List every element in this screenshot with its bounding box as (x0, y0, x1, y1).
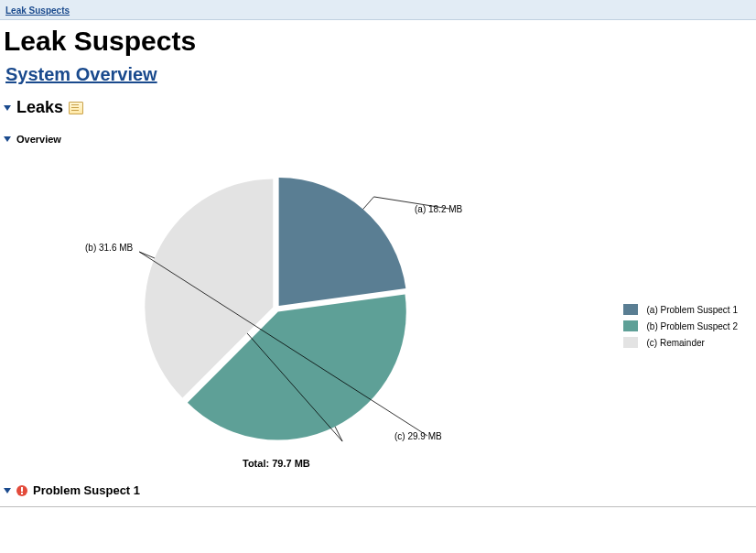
breadcrumb-link[interactable]: Leak Suspects (5, 5, 70, 16)
chevron-down-icon (4, 105, 11, 111)
section-leaks[interactable]: Leaks (4, 98, 756, 117)
pie-legend: (a) Problem Suspect 1 (b) Problem Suspec… (623, 304, 739, 353)
section-overview[interactable]: Overview (4, 134, 756, 145)
legend-label-a: (a) Problem Suspect 1 (647, 305, 739, 315)
pie-label-b: (b) 31.6 MB (85, 243, 133, 253)
legend-label-c: (c) Remainder (647, 338, 705, 348)
chevron-down-icon (4, 488, 11, 493)
pie-chart-svg (37, 148, 531, 450)
legend-item-b: (b) Problem Suspect 2 (623, 320, 739, 331)
pie-total-label: Total: 79.7 MB (243, 458, 310, 469)
legend-label-b: (b) Problem Suspect 2 (647, 321, 739, 331)
pie-label-a: (a) 18.2 MB (415, 204, 462, 214)
legend-swatch-a (623, 304, 638, 315)
legend-swatch-b (623, 320, 638, 331)
section-leaks-label: Leaks (16, 98, 63, 117)
header-bar: Leak Suspects (0, 0, 756, 20)
pie-chart: (a) 18.2 MB (b) 31.6 MB (c) 29.9 MB Tota… (37, 148, 756, 478)
section-problem-suspect-1[interactable]: Problem Suspect 1 (4, 483, 756, 497)
section-problem1-label: Problem Suspect 1 (33, 483, 140, 497)
section-overview-label: Overview (16, 134, 61, 145)
legend-item-c: (c) Remainder (623, 337, 739, 348)
system-overview-link[interactable]: System Overview (5, 64, 157, 84)
divider (0, 506, 756, 507)
legend-swatch-c (623, 337, 638, 348)
error-icon (16, 485, 27, 496)
report-icon[interactable] (69, 102, 83, 114)
pie-slice-a (279, 178, 406, 306)
legend-item-a: (a) Problem Suspect 1 (623, 304, 739, 315)
pie-label-c: (c) 29.9 MB (394, 431, 442, 441)
page-title: Leak Suspects (4, 26, 752, 57)
chevron-down-icon (4, 136, 11, 142)
